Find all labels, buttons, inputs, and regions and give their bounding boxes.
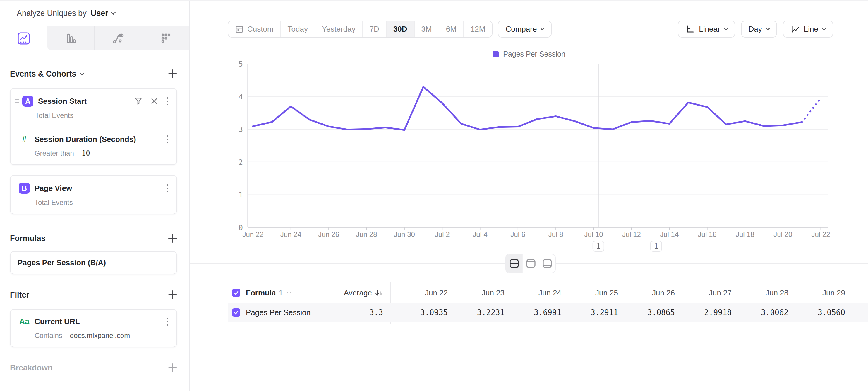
granularity-label: Day [749, 25, 762, 34]
event-row-page-view[interactable]: B Page View Total Events [10, 175, 177, 214]
date-column-header: Jun 28 [732, 288, 788, 298]
event-badge-a: A [22, 95, 33, 107]
x-axis-label: Jul 22 [811, 230, 830, 238]
more-options-icon[interactable] [166, 96, 169, 106]
date-column-header: Jun 24 [504, 288, 561, 298]
svg-text:1: 1 [654, 242, 658, 250]
range-option-label: 3M [422, 25, 432, 34]
range-option-7d[interactable]: 7D [362, 21, 386, 37]
date-cell-value: 3.0865 [618, 308, 675, 317]
filter-row-current-url[interactable]: Aa Current URL Contains docs.mixpanel.co… [10, 309, 177, 347]
x-axis-label: Jun 28 [356, 230, 377, 238]
tab-insights[interactable] [0, 26, 47, 50]
filter-value[interactable]: docs.mixpanel.com [70, 332, 130, 340]
more-options-icon[interactable] [166, 316, 169, 327]
range-option-today[interactable]: Today [280, 21, 315, 37]
tab-funnels[interactable] [47, 26, 94, 50]
range-option-3m[interactable]: 3M [414, 21, 439, 37]
layout-panel-top-icon[interactable] [522, 254, 539, 273]
report-main: CustomTodayYesterday7D30D3M6M12M Compare… [190, 1, 868, 391]
filter-card: Aa Current URL Contains docs.mixpanel.co… [10, 309, 177, 347]
analyze-label: Analyze Uniques by [17, 9, 87, 18]
y-axis-label: 4 [239, 93, 243, 101]
scale-dropdown[interactable]: Linear [678, 21, 735, 37]
layout-split-horizontal-icon[interactable] [506, 254, 522, 273]
date-cell-value: 3.0935 [391, 308, 448, 317]
date-column-header: Jun 23 [448, 288, 504, 298]
y-axis-label: 1 [239, 191, 243, 199]
date-cell-value: 3.6991 [504, 308, 561, 317]
condition-value[interactable]: 10 [82, 149, 90, 158]
range-option-30d[interactable]: 30D [386, 21, 414, 37]
event-metric[interactable]: Total Events [34, 198, 73, 207]
event-badge-b: B [19, 183, 30, 194]
range-option-6m[interactable]: 6M [439, 21, 463, 37]
add-event-button[interactable] [168, 69, 177, 78]
legend-swatch[interactable] [493, 51, 499, 57]
breakdown-section-header: Breakdown [10, 363, 177, 373]
chart-toolbar: CustomTodayYesterday7D30D3M6M12M Compare… [190, 21, 868, 37]
formula-number: 1 [279, 288, 283, 298]
chevron-down-icon [80, 71, 84, 75]
granularity-dropdown[interactable]: Day [741, 21, 777, 37]
drag-handle-icon[interactable] [14, 100, 19, 103]
range-option-yesterday[interactable]: Yesterday [315, 21, 362, 37]
more-options-icon[interactable] [166, 134, 169, 144]
more-options-icon[interactable] [166, 183, 169, 193]
chevron-down-icon [111, 10, 116, 15]
query-builder-sidebar: Analyze Uniques by User [0, 1, 190, 391]
formula-column-header[interactable]: Formula 1 [246, 288, 324, 298]
add-filter-button[interactable] [168, 290, 177, 299]
x-axis-label: Jun 22 [242, 230, 264, 238]
analyze-by-value: User [91, 9, 108, 18]
series-line[interactable] [253, 87, 802, 130]
layout-panel-bottom-icon[interactable] [539, 254, 555, 273]
add-formula-button[interactable] [168, 234, 177, 243]
close-icon[interactable] [150, 97, 158, 105]
annotation-badge[interactable]: 1 [651, 241, 662, 251]
x-axis-label: Jun 26 [318, 230, 339, 238]
compare-button[interactable]: Compare [498, 21, 552, 37]
condition-operator[interactable]: Greater than [34, 149, 74, 158]
series-line-incomplete [802, 98, 821, 122]
x-axis-label: Jul 8 [549, 230, 563, 238]
range-option-label: Custom [247, 25, 274, 34]
sort-descending-icon [375, 289, 383, 297]
annotation-badge[interactable]: 1 [593, 241, 604, 251]
table-row: Pages Per Session 3.3 3.09353.22313.6991… [228, 303, 868, 323]
formula-card[interactable]: Pages Per Session (B/A) [10, 251, 177, 274]
chevron-down-icon [822, 26, 827, 30]
row-average-value: 3.3 [324, 308, 383, 317]
average-label: Average [344, 288, 372, 298]
date-range-group: CustomTodayYesterday7D30D3M6M12M [228, 21, 493, 37]
range-option-12m[interactable]: 12M [463, 21, 492, 37]
event-row-session-start[interactable]: A Session Start Tot [10, 88, 177, 127]
date-cell-value: 3.2231 [448, 308, 504, 317]
line-chart-icon [790, 24, 800, 34]
x-axis-label: Jun 30 [394, 230, 415, 238]
event-property-row[interactable]: # Session Duration (Seconds) Greater tha… [10, 127, 177, 164]
filter-funnel-icon[interactable] [134, 97, 143, 106]
chart-type-dropdown[interactable]: Line [783, 21, 833, 37]
tab-flows[interactable] [94, 26, 142, 50]
average-column-header[interactable]: Average [324, 288, 383, 298]
x-axis-label: Jul 10 [584, 230, 603, 238]
event-name: Page View [34, 184, 166, 193]
date-column-header: Jun 25 [561, 288, 618, 298]
events-header-toggle[interactable]: Events & Cohorts [10, 69, 84, 79]
analyze-by-dropdown[interactable]: User [91, 9, 115, 18]
check-icon [233, 309, 239, 315]
filter-operator[interactable]: Contains [34, 332, 62, 340]
select-all-checkbox[interactable] [232, 289, 240, 297]
query-sections: Events & Cohorts A Session Start [0, 68, 189, 373]
legend-label[interactable]: Pages Per Session [503, 50, 565, 58]
event-card-a: A Session Start Tot [10, 88, 177, 165]
chevron-down-icon [766, 26, 770, 30]
add-breakdown-button[interactable] [168, 363, 177, 372]
range-option-custom[interactable]: Custom [228, 21, 280, 37]
row-checkbox[interactable] [232, 308, 240, 316]
event-metric[interactable]: Total Events [35, 111, 73, 119]
tab-retention[interactable] [142, 26, 189, 50]
y-axis-label: 5 [239, 60, 243, 68]
x-axis-label: Jul 16 [698, 230, 717, 238]
